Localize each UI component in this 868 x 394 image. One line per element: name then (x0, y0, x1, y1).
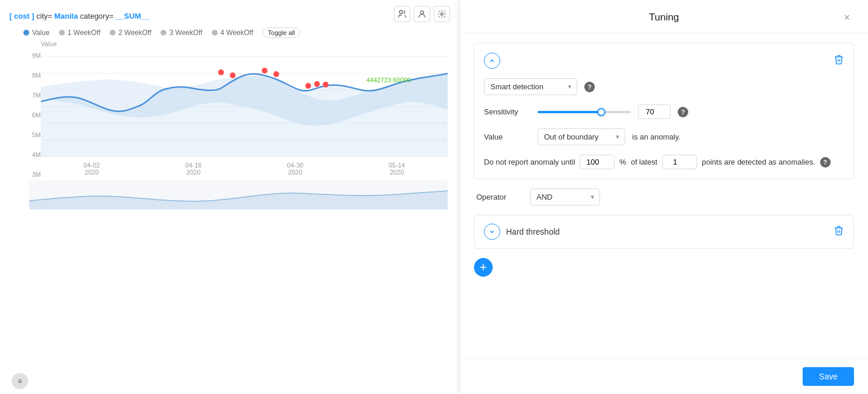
person-group-icon[interactable] (414, 6, 430, 22)
legend-value: Value (23, 29, 50, 37)
sensitivity-help-icon[interactable]: ? (678, 107, 688, 117)
panel-header: Tuning × (460, 0, 868, 33)
chart-svg: 4442723.60000 (41, 40, 448, 157)
legend-dot-1weekoff (59, 30, 65, 36)
report-percent-symbol: % (619, 158, 626, 166)
hard-threshold-label: Hard threshold (506, 227, 560, 236)
report-percent-input[interactable] (580, 155, 615, 169)
svg-text:4442723.60000: 4442723.60000 (367, 76, 411, 83)
legend-2weekoff: 2 WeekOff (110, 29, 151, 37)
minimap-svg (29, 180, 448, 210)
svg-point-14 (273, 71, 279, 77)
panel-footer: Save (460, 358, 868, 394)
legend-dot-value (23, 30, 29, 36)
operator-row: Operator AND OR ▼ (474, 189, 854, 205)
sensitivity-label: Sensitivity (484, 107, 531, 116)
sensitivity-row: Sensitivity ? (484, 104, 844, 119)
detection-type-help-icon[interactable]: ? (584, 82, 595, 92)
x-label-0402: 04-022020 (83, 162, 100, 176)
legend-1weekoff: 1 WeekOff (59, 29, 100, 37)
tuning-panel: Tuning × Smart detection Static threshol… (459, 0, 868, 394)
hard-threshold-delete-button[interactable] (834, 225, 844, 238)
chart-collapse-button[interactable]: ≡ (12, 373, 28, 389)
toggle-all-button[interactable]: Toggle all (263, 27, 300, 38)
operator-label: Operator (476, 193, 523, 201)
report-points-input[interactable] (662, 155, 697, 169)
svg-point-13 (262, 68, 267, 74)
report-row: Do not report anomaly until % of latest … (484, 155, 844, 169)
svg-point-12 (230, 72, 236, 78)
operator-select[interactable]: AND OR (530, 189, 600, 205)
x-label-0514: 05-142020 (389, 162, 405, 176)
y-axis: 9M 8M 7M 6M 5M 4M 3M (12, 52, 41, 178)
minimap (29, 180, 448, 210)
svg-point-17 (323, 82, 329, 88)
legend-dot-3weekoff (161, 30, 166, 36)
chart-icons (394, 6, 450, 22)
detection-type-select-wrapper: Smart detection Static threshold Custom … (484, 78, 577, 95)
report-label: Do not report anomaly until (484, 158, 575, 166)
legend-3weekoff: 3 WeekOff (161, 29, 202, 37)
legend-dot-2weekoff (110, 30, 116, 36)
report-of-latest: of latest (631, 158, 658, 166)
value-label: Value (484, 133, 531, 141)
value-boundary-row: Value Out of boundary Above boundary Bel… (484, 128, 844, 145)
smart-detection-header (484, 53, 844, 69)
hard-threshold-section: Hard threshold (474, 215, 854, 249)
legend-4weekoff: 4 WeekOff (212, 29, 253, 37)
chart-area: [ cost ] city= Manila category= __SUM__ … (0, 0, 459, 394)
detection-type-select[interactable]: Smart detection Static threshold Custom (484, 78, 577, 95)
hard-threshold-left: Hard threshold (484, 224, 560, 240)
chart-city-value: Manila (54, 12, 78, 20)
chart-legend: Value 1 WeekOff 2 WeekOff 3 WeekOff 4 We… (0, 25, 459, 40)
report-points-text: points are detected as anomalies. (702, 158, 815, 166)
svg-point-0 (399, 11, 402, 13)
sensitivity-slider[interactable] (538, 111, 631, 113)
smart-detection-section: Smart detection Static threshold Custom … (474, 43, 854, 179)
report-help-icon[interactable]: ? (820, 157, 831, 168)
is-anomaly-text: is an anomaly. (632, 133, 681, 141)
svg-point-1 (420, 11, 423, 14)
boundary-select-wrapper: Out of boundary Above boundary Below bou… (538, 128, 625, 145)
chart-city-label: city= (36, 12, 52, 20)
chart-title-bracket: [ cost ] (9, 12, 34, 20)
x-label-0416: 04-162020 (185, 162, 201, 176)
y-axis-label: Value (41, 40, 57, 47)
add-condition-button[interactable]: + (474, 258, 493, 277)
save-button[interactable]: Save (803, 367, 854, 386)
hard-threshold-collapse-button[interactable] (484, 224, 500, 240)
x-axis: 04-022020 04-162020 04-302020 05-142020 (41, 159, 448, 178)
chart-header: [ cost ] city= Manila category= __SUM__ (0, 7, 459, 25)
smart-detection-delete-button[interactable] (834, 54, 844, 67)
sensitivity-input[interactable] (638, 104, 671, 119)
chart-category-value: __SUM__ (116, 12, 149, 20)
detection-type-row: Smart detection Static threshold Custom … (484, 78, 844, 95)
boundary-select[interactable]: Out of boundary Above boundary Below bou… (538, 128, 625, 145)
person-connect-icon[interactable] (394, 6, 410, 22)
settings-icon[interactable] (434, 6, 450, 22)
svg-point-11 (218, 69, 224, 75)
legend-dot-4weekoff (212, 30, 218, 36)
panel-title: Tuning (488, 12, 840, 23)
svg-point-15 (305, 83, 311, 89)
close-button[interactable]: × (840, 11, 854, 25)
chart-category-label: category= (80, 12, 113, 20)
svg-point-16 (314, 81, 320, 87)
x-label-0430: 04-302020 (287, 162, 304, 176)
panel-body: Smart detection Static threshold Custom … (460, 33, 868, 358)
operator-select-wrapper: AND OR ▼ (530, 189, 600, 205)
smart-detection-collapse-button[interactable] (484, 53, 500, 69)
svg-point-2 (441, 13, 443, 15)
